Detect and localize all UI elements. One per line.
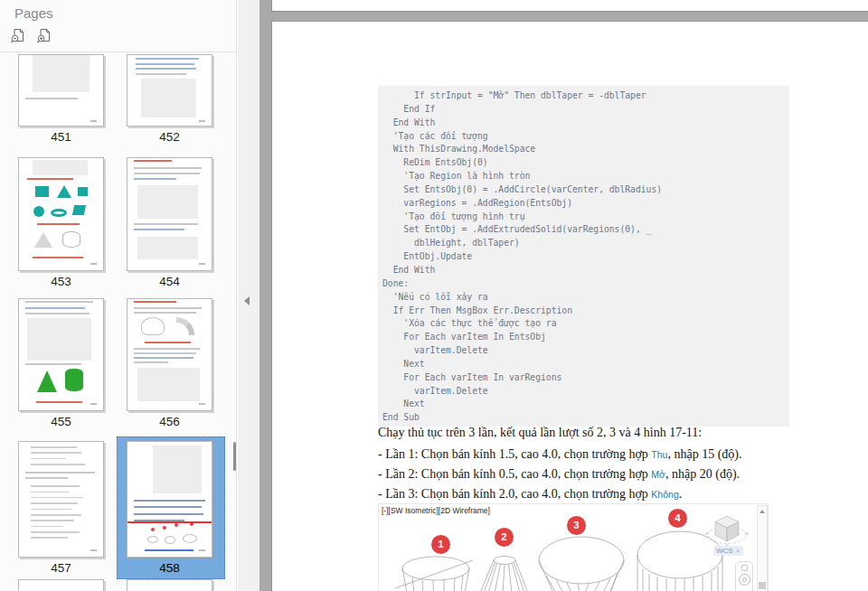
panel-gutter [238, 0, 259, 591]
thumbnail-sketch [18, 54, 104, 127]
thumbnail-sketch [127, 54, 212, 127]
code-block: If strInput = "Mở" Then dblTaper = -dblT… [378, 86, 789, 427]
chevron-down-icon: ▼ [735, 549, 741, 554]
figure-marker-2: 2 [495, 528, 514, 547]
thumbnail-page-number: 453 [18, 274, 104, 289]
panel-scrollbar-thumb[interactable] [233, 442, 236, 471]
bullet-line-3: - Lần 3: Chọn bán kính 2.0, cao 4.0, chọ… [378, 484, 742, 504]
keyword-thu: Thu [651, 449, 667, 460]
bullet-line-1: - Lần 1: Chọn bán kính 1.5, cao 4.0, chọ… [378, 445, 742, 464]
panel-title: Pages [14, 5, 53, 21]
thumbnail-452[interactable]: 452 [127, 54, 212, 145]
collapse-panel-button[interactable] [244, 295, 255, 307]
document-viewer: If strInput = "Mở" Then dblTaper = -dblT… [259, 0, 868, 591]
previous-page-edge [271, 0, 868, 12]
shrink-thumbnails-button[interactable] [9, 27, 27, 45]
bullet-list: - Lần 1: Chọn bán kính 1.5, cao 4.0, chọ… [378, 445, 742, 504]
acad-scrollbar-thumb [759, 582, 766, 589]
thumbnail-sketch [18, 298, 104, 411]
thumbnail-455[interactable]: 455 [18, 298, 104, 429]
fullnav-icon [741, 565, 748, 571]
thumbnail-sketch [127, 298, 212, 411]
thumbnail-458[interactable]: 458 [127, 441, 212, 576]
figure-marker-1: 1 [431, 535, 450, 554]
thumbnail-sketch [18, 441, 104, 558]
thumbnail-page-number: 454 [127, 274, 212, 289]
thumbnail-454[interactable]: 454 [127, 157, 212, 289]
bullet-line-2: - Lần 2: Chọn bán kính 0.5, cao 4.0, chọ… [378, 464, 742, 484]
thumbnail-459-partial[interactable] [18, 579, 104, 591]
thumbnail-460-partial[interactable] [127, 579, 212, 591]
panel-toolbar [9, 27, 53, 45]
document-page-458: If strInput = "Mở" Then dblTaper = -dblT… [271, 21, 868, 591]
thumbnail-sketch [18, 157, 104, 271]
figure-marker-3: 3 [567, 516, 586, 535]
thumbnail-page-number: 458 [127, 560, 212, 576]
enlarge-thumbnails-button[interactable] [35, 27, 53, 45]
acad-navigation-bar [735, 561, 753, 591]
keyword-khong: Không [651, 489, 678, 500]
thumbnail-sketch [127, 157, 212, 271]
thumbnail-page-number: 457 [18, 560, 104, 576]
viewport-controls-label: [-][SW Isometric][2D Wireframe] [382, 506, 490, 515]
keyword-mo: Mở [651, 469, 665, 480]
thumbnail-page-number: 455 [18, 414, 104, 429]
collapse-arrow-icon [244, 296, 250, 305]
shrink-thumbnails-icon [10, 28, 26, 44]
figure-marker-4: 4 [668, 509, 687, 528]
viewcube-icon [705, 516, 749, 547]
panel-divider [0, 52, 237, 52]
paragraph: Chạy thủ tục trên 3 lần, kết quả lần lượ… [378, 426, 702, 440]
thumbnail-sketch [127, 441, 212, 558]
thumbnail-457[interactable]: 457 [18, 441, 104, 576]
viewport-rect [127, 441, 212, 523]
thumbnail-page-number: 452 [127, 129, 212, 145]
thumbnail-451[interactable]: 451 [18, 54, 104, 145]
pdf-reader-window: Pages [0, 0, 868, 591]
wcs-dropdown: WCS ▼ [713, 546, 743, 556]
thumbnail-456[interactable]: 456 [127, 298, 212, 429]
autocad-figure: [-][SW Isometric][2D Wireframe] 1 2 3 4 … [378, 503, 769, 591]
enlarge-thumbnails-icon [36, 28, 52, 44]
pages-panel: Pages [0, 0, 237, 591]
thumbnail-page-number: 451 [18, 129, 104, 145]
thumbnail-page-number: 456 [127, 414, 212, 429]
steering-wheel-icon [739, 574, 750, 586]
acad-scrollbar [757, 505, 768, 591]
code-text: If strInput = "Mở" Then dblTaper = -dblT… [378, 86, 789, 425]
scroll-up-icon [760, 510, 765, 513]
thumbnail-453[interactable]: 453 [18, 157, 104, 289]
